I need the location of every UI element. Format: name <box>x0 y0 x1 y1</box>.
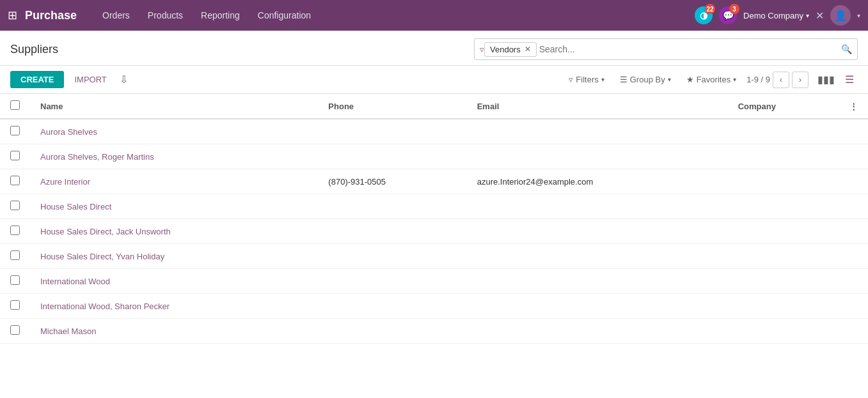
row-company <box>728 294 839 319</box>
row-checkbox[interactable] <box>10 226 20 235</box>
filter-icon: ▿ <box>569 75 573 84</box>
groupby-icon: ☰ <box>620 75 627 84</box>
more-column-header: ⋮ <box>839 94 868 119</box>
prev-page-button[interactable]: ‹ <box>773 72 789 88</box>
pagination-text: 1-9 / 9 <box>746 75 770 84</box>
user-avatar[interactable]: 👤 <box>830 5 851 26</box>
row-email <box>467 269 728 294</box>
phone-column-header[interactable]: Phone <box>318 94 466 119</box>
row-name[interactable]: International Wood <box>30 269 318 294</box>
filter-funnel-icon: ▿ <box>480 45 484 54</box>
control-bar: Suppliers ▿ Vendors ✕ 🔍 <box>0 31 868 66</box>
row-more[interactable] <box>839 194 868 219</box>
tag-close-icon[interactable]: ✕ <box>525 45 531 54</box>
row-company <box>728 169 839 194</box>
row-more[interactable] <box>839 269 868 294</box>
favorites-button[interactable]: ★ Favorites ▾ <box>681 72 741 87</box>
app-name: Purchase <box>25 9 77 22</box>
favorites-label: Favorites <box>697 75 730 84</box>
row-checkbox[interactable] <box>10 151 20 160</box>
row-checkbox-cell <box>0 194 30 219</box>
row-name[interactable]: Aurora Shelves <box>30 119 318 144</box>
row-checkbox-cell <box>0 244 30 269</box>
row-checkbox[interactable] <box>10 250 20 260</box>
name-column-header[interactable]: Name <box>30 94 318 119</box>
row-checkbox-cell <box>0 269 30 294</box>
row-name[interactable]: Michael Mason <box>30 319 318 344</box>
row-name[interactable]: House Sales Direct, Jack Unsworth <box>30 219 318 244</box>
row-phone <box>318 219 466 244</box>
star-icon: ★ <box>686 75 694 84</box>
next-page-button[interactable]: › <box>792 72 809 88</box>
nav-reporting[interactable]: Reporting <box>193 6 248 24</box>
row-phone: (870)-931-0505 <box>318 169 466 194</box>
row-phone <box>318 119 466 144</box>
table-row: Michael Mason <box>0 319 868 344</box>
row-company <box>728 119 839 144</box>
nav-orders[interactable]: Orders <box>95 6 138 24</box>
row-checkbox[interactable] <box>10 201 20 210</box>
row-name[interactable]: House Sales Direct <box>30 194 318 219</box>
row-phone <box>318 144 466 169</box>
notification-badge[interactable]: ◑ 22 <box>695 6 713 24</box>
search-area: ▿ Vendors ✕ 🔍 <box>474 38 858 60</box>
row-more[interactable] <box>839 219 868 244</box>
row-more[interactable] <box>839 294 868 319</box>
groupby-button[interactable]: ☰ Group By ▾ <box>615 72 676 87</box>
row-email <box>467 194 728 219</box>
row-email <box>467 294 728 319</box>
row-checkbox[interactable] <box>10 126 20 135</box>
vendors-label: Vendors <box>490 45 521 54</box>
filters-button[interactable]: ▿ Filters ▾ <box>564 72 609 87</box>
nav-products[interactable]: Products <box>140 6 191 24</box>
row-email <box>467 244 728 269</box>
row-company <box>728 219 839 244</box>
import-button[interactable]: IMPORT <box>69 71 111 88</box>
row-phone <box>318 294 466 319</box>
list-view-button[interactable]: ☰ <box>841 72 858 87</box>
table-row: Azure Interior (870)-931-0505 azure.Inte… <box>0 169 868 194</box>
row-name[interactable]: House Sales Direct, Yvan Holiday <box>30 244 318 269</box>
row-checkbox[interactable] <box>10 176 20 185</box>
close-icon[interactable]: ✕ <box>816 10 824 22</box>
table-row: International Wood, Sharon Pecker <box>0 294 868 319</box>
table-row: House Sales Direct, Jack Unsworth <box>0 219 868 244</box>
select-all-header <box>0 94 30 119</box>
groupby-chevron: ▾ <box>668 76 671 83</box>
email-column-header[interactable]: Email <box>467 94 728 119</box>
company-selector[interactable]: Demo Company ▾ <box>743 11 809 20</box>
row-company <box>728 194 839 219</box>
vendors-filter-tag: Vendors ✕ <box>484 42 537 57</box>
row-more[interactable] <box>839 144 868 169</box>
search-input[interactable] <box>537 42 841 57</box>
company-column-header[interactable]: Company <box>728 94 839 119</box>
row-name[interactable]: International Wood, Sharon Pecker <box>30 294 318 319</box>
nav-configuration[interactable]: Configuration <box>250 6 319 24</box>
download-button[interactable]: ⇩ <box>117 71 130 88</box>
topbar: ⊞ Purchase Orders Products Reporting Con… <box>0 0 868 31</box>
row-more[interactable] <box>839 119 868 144</box>
kanban-view-button[interactable]: ▮▮▮ <box>814 72 839 87</box>
search-box[interactable]: ▿ Vendors ✕ 🔍 <box>474 38 858 60</box>
row-name[interactable]: Azure Interior <box>30 169 318 194</box>
chat-badge[interactable]: 💬 3 <box>719 6 737 24</box>
row-checkbox[interactable] <box>10 300 20 310</box>
search-icon[interactable]: 🔍 <box>841 44 852 54</box>
row-name[interactable]: Aurora Shelves, Roger Martins <box>30 144 318 169</box>
row-company <box>728 244 839 269</box>
filters-chevron: ▾ <box>601 76 604 83</box>
row-phone <box>318 269 466 294</box>
row-more[interactable] <box>839 319 868 344</box>
row-checkbox[interactable] <box>10 325 20 335</box>
row-checkbox[interactable] <box>10 275 20 285</box>
grid-icon[interactable]: ⊞ <box>8 8 17 22</box>
select-all-checkbox[interactable] <box>10 100 20 110</box>
groupby-label: Group By <box>630 75 665 84</box>
row-more[interactable] <box>839 169 868 194</box>
create-button[interactable]: CREATE <box>10 71 64 88</box>
favorites-chevron: ▾ <box>733 76 736 83</box>
row-phone <box>318 194 466 219</box>
table-row: International Wood <box>0 269 868 294</box>
row-more[interactable] <box>839 244 868 269</box>
action-bar-right: ▿ Filters ▾ ☰ Group By ▾ ★ Favorites ▾ 1… <box>564 72 858 88</box>
